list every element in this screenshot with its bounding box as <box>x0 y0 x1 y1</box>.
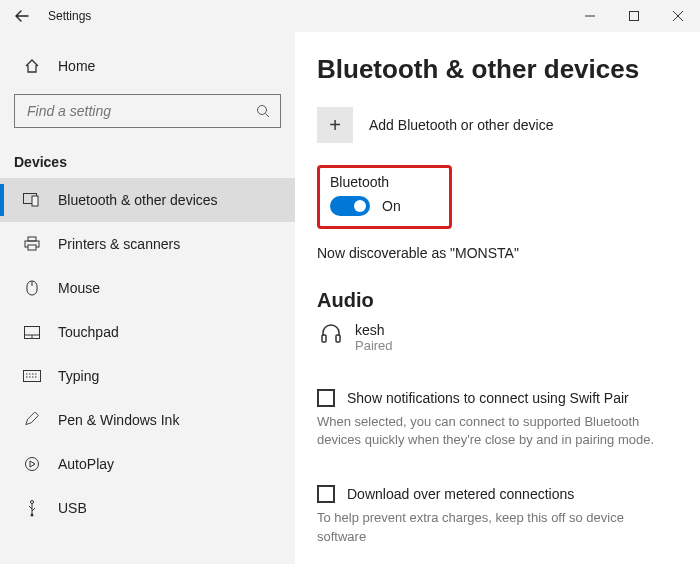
svg-rect-1 <box>630 12 639 21</box>
usb-icon <box>20 499 44 517</box>
svg-rect-21 <box>322 335 326 342</box>
search-box[interactable] <box>14 94 281 128</box>
bluetooth-heading: Bluetooth <box>330 174 401 190</box>
device-info: kesh Paired <box>355 322 393 353</box>
titlebar: Settings <box>0 0 700 32</box>
home-nav[interactable]: Home <box>0 52 295 80</box>
sidebar-item-autoplay[interactable]: AutoPlay <box>0 442 295 486</box>
maximize-icon <box>629 11 639 21</box>
sidebar-section-heading: Devices <box>14 154 295 170</box>
close-icon <box>673 11 683 21</box>
audio-heading: Audio <box>317 289 700 312</box>
metered-label: Download over metered connections <box>347 486 574 502</box>
metered-checkbox-row[interactable]: Download over metered connections <box>317 485 700 503</box>
printer-icon <box>20 236 44 252</box>
svg-rect-22 <box>336 335 340 342</box>
swift-pair-description: When selected, you can connect to suppor… <box>317 413 667 449</box>
settings-window: Settings Home Devices Bluet <box>0 0 700 564</box>
svg-point-20 <box>31 514 34 517</box>
arrow-left-icon <box>15 9 29 23</box>
sidebar-item-printers[interactable]: Printers & scanners <box>0 222 295 266</box>
toggle-knob <box>354 200 366 212</box>
headphones-icon <box>317 322 345 344</box>
autoplay-icon <box>20 456 44 472</box>
sidebar-item-bluetooth[interactable]: Bluetooth & other devices <box>0 178 295 222</box>
pen-icon <box>20 412 44 428</box>
close-button[interactable] <box>656 0 700 32</box>
sidebar-item-usb[interactable]: USB <box>0 486 295 530</box>
svg-line-3 <box>266 114 270 118</box>
minimize-icon <box>585 11 595 21</box>
search-input[interactable] <box>25 102 256 120</box>
metered-description: To help prevent extra charges, keep this… <box>317 509 667 545</box>
sidebar-item-label: AutoPlay <box>58 456 114 472</box>
sidebar-item-label: USB <box>58 500 87 516</box>
keyboard-icon <box>20 370 44 382</box>
svg-rect-8 <box>28 245 36 250</box>
bluetooth-toggle-highlight: Bluetooth On <box>317 165 452 229</box>
metered-checkbox[interactable] <box>317 485 335 503</box>
swift-pair-label: Show notifications to connect using Swif… <box>347 390 629 406</box>
sidebar-item-typing[interactable]: Typing <box>0 354 295 398</box>
add-device-label: Add Bluetooth or other device <box>369 117 553 133</box>
window-controls <box>568 0 700 32</box>
sidebar-item-label: Printers & scanners <box>58 236 180 252</box>
device-status: Paired <box>355 338 393 353</box>
bluetooth-state: On <box>382 198 401 214</box>
window-title: Settings <box>48 9 91 23</box>
device-name: kesh <box>355 322 393 338</box>
mouse-icon <box>20 280 44 296</box>
sidebar-item-label: Mouse <box>58 280 100 296</box>
sidebar-item-label: Bluetooth & other devices <box>58 192 218 208</box>
back-button[interactable] <box>14 8 30 24</box>
svg-point-2 <box>258 106 267 115</box>
sidebar-item-label: Pen & Windows Ink <box>58 412 179 428</box>
maximize-button[interactable] <box>612 0 656 32</box>
sidebar-item-label: Typing <box>58 368 99 384</box>
touchpad-icon <box>20 326 44 339</box>
swift-pair-checkbox[interactable] <box>317 389 335 407</box>
minimize-button[interactable] <box>568 0 612 32</box>
sidebar: Home Devices Bluetooth & other devices P… <box>0 32 295 564</box>
home-label: Home <box>58 58 95 74</box>
main-panel: Bluetooth & other devices + Add Bluetoot… <box>295 32 700 564</box>
sidebar-item-pen[interactable]: Pen & Windows Ink <box>0 398 295 442</box>
plus-icon: + <box>317 107 353 143</box>
discoverable-text: Now discoverable as "MONSTA" <box>317 245 700 261</box>
sidebar-item-label: Touchpad <box>58 324 119 340</box>
svg-rect-14 <box>24 371 41 382</box>
home-icon <box>20 58 44 74</box>
bluetooth-toggle[interactable] <box>330 196 370 216</box>
search-icon <box>256 104 270 118</box>
add-device-button[interactable]: + Add Bluetooth or other device <box>317 107 700 143</box>
sidebar-item-mouse[interactable]: Mouse <box>0 266 295 310</box>
body: Home Devices Bluetooth & other devices P… <box>0 32 700 564</box>
audio-device-row[interactable]: kesh Paired <box>317 322 700 353</box>
sidebar-item-touchpad[interactable]: Touchpad <box>0 310 295 354</box>
page-title: Bluetooth & other devices <box>317 54 700 85</box>
svg-rect-6 <box>28 237 36 241</box>
svg-point-17 <box>26 458 39 471</box>
sidebar-nav: Bluetooth & other devices Printers & sca… <box>0 178 295 530</box>
bluetooth-toggle-row: On <box>330 196 401 216</box>
swift-pair-checkbox-row[interactable]: Show notifications to connect using Swif… <box>317 389 700 407</box>
svg-point-18 <box>31 501 34 504</box>
svg-rect-5 <box>32 196 38 206</box>
devices-icon <box>20 193 44 207</box>
